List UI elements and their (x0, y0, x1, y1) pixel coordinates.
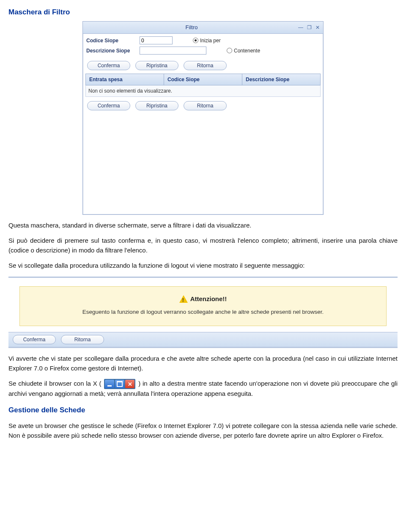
warn-conferma-button[interactable]: Conferma (13, 335, 56, 344)
paragraph-schede: Se avete un browser che gestisce le sche… (8, 421, 398, 440)
input-codice-siope[interactable] (140, 36, 173, 44)
max-icon (115, 380, 124, 388)
x-icon: ✕ (125, 380, 134, 388)
label-descrizione-siope: Descrizione Siope (86, 47, 136, 55)
radio-inizia-per[interactable] (193, 38, 198, 43)
filtro-window: Filtro — ❐ ✕ Codice Siope Inizia per Des… (82, 21, 324, 215)
label-contenente: Contenente (234, 47, 260, 55)
paragraph-intro2: Si può decidere di premere sul tasto con… (8, 236, 398, 255)
heading-maschera: Maschera di Filtro (8, 7, 398, 18)
min-icon (105, 380, 114, 388)
radio-contenente[interactable] (227, 48, 232, 53)
input-descrizione-siope[interactable] (140, 47, 206, 55)
ritorna-button-2[interactable]: Ritorna (184, 101, 227, 110)
paragraph-logout-intro: Se vi scollegate dalla procedura utilizz… (8, 261, 398, 271)
conferma-button-2[interactable]: Conferma (87, 101, 130, 110)
warning-screenshot: Attenzione!! Eseguento la funzione di lo… (8, 277, 398, 348)
label-inizia-per: Inizia per (200, 37, 221, 44)
ripristina-button-2[interactable]: Ripristina (135, 101, 178, 110)
paragraph-warning-explain: Vi avverte che vi state per scollegare d… (8, 354, 398, 373)
label-codice-siope: Codice Siope (86, 37, 136, 44)
warning-message: Eseguento la funzione di logout verranno… (26, 308, 380, 316)
warning-title: Attenzione!! (190, 294, 227, 304)
conferma-button[interactable]: Conferma (87, 61, 130, 70)
window-controls-icon: ✕ (104, 379, 135, 389)
filtro-title: Filtro (85, 23, 298, 32)
grid-empty-msg: Non ci sono elementi da visualizzare. (85, 85, 321, 97)
filtro-titlebar: Filtro — ❐ ✕ (83, 22, 323, 34)
heading-gestione-schede: Gestione delle Schede (8, 405, 398, 416)
paragraph-intro1: Questa maschera, standard in diverse sch… (8, 221, 398, 230)
col-entrata-spesa: Entrata spesa (86, 74, 164, 85)
maximize-icon[interactable]: ❐ (306, 24, 312, 31)
col-descrizione-siope: Descrizione Siope (242, 74, 320, 85)
warn-ritorna-button[interactable]: Ritorna (61, 335, 104, 344)
ritorna-button[interactable]: Ritorna (184, 61, 227, 70)
warning-icon (179, 295, 188, 303)
close-icon[interactable]: ✕ (315, 24, 321, 31)
paragraph-close-x: Se chiudete il browser con la X ( ✕ ) in… (8, 379, 398, 399)
ripristina-button[interactable]: Ripristina (135, 61, 178, 70)
col-codice-siope: Codice Siope (164, 74, 242, 85)
minimize-icon[interactable]: — (298, 24, 304, 31)
grid-header: Entrata spesa Codice Siope Descrizione S… (85, 74, 321, 85)
